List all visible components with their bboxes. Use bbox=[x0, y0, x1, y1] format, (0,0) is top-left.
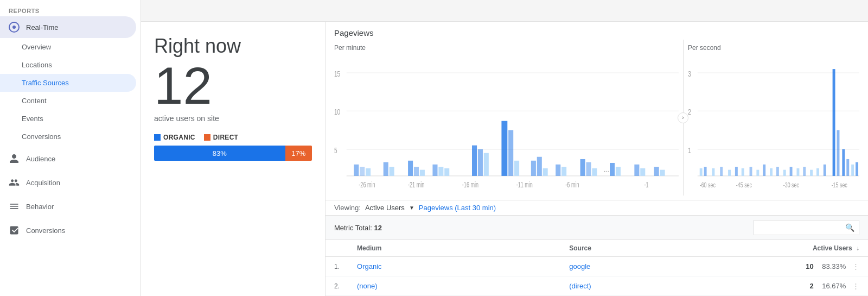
svg-rect-31 bbox=[592, 168, 597, 176]
svg-text:-1: -1 bbox=[644, 180, 649, 190]
per-minute-chart: Per minute 15 10 5 bbox=[326, 40, 684, 196]
sidebar-item-conversions[interactable]: Conversions bbox=[0, 219, 141, 241]
realtime-icon bbox=[9, 22, 20, 33]
viewing-bar: Viewing: Active Users ▼ Pageviews (Last … bbox=[326, 200, 868, 215]
col-num bbox=[326, 240, 348, 257]
organic-pct: 83% bbox=[213, 149, 227, 158]
svg-text:-45 sec: -45 sec bbox=[736, 181, 752, 188]
active-users-pct: 16.67% bbox=[822, 282, 846, 290]
sidebar-item-realtime[interactable]: Real-Time bbox=[0, 16, 136, 38]
content-area: Right now 12 active users on site ORGANI… bbox=[141, 22, 868, 296]
legend-item-direct: DIRECT bbox=[204, 134, 238, 141]
svg-text:-15 sec: -15 sec bbox=[832, 181, 848, 188]
row-active-users: 10 83.33% ⋮ bbox=[760, 257, 868, 276]
svg-rect-60 bbox=[756, 170, 759, 176]
row-options-icon[interactable]: ⋮ bbox=[852, 282, 859, 290]
svg-rect-71 bbox=[833, 69, 835, 176]
row-medium[interactable]: (none) bbox=[348, 276, 560, 296]
behavior-label: Behavior bbox=[26, 203, 54, 211]
conversions-icon bbox=[9, 225, 20, 236]
svg-rect-11 bbox=[390, 167, 394, 176]
table-header-row: Medium Source Active Users ↓ bbox=[326, 240, 868, 257]
sidebar-item-audience[interactable]: Audience bbox=[0, 148, 141, 169]
row-medium[interactable]: Organic bbox=[348, 257, 560, 276]
sidebar-sub-item-traffic-sources[interactable]: Traffic Sources bbox=[0, 74, 136, 92]
search-input[interactable] bbox=[758, 224, 845, 232]
left-panel: Right now 12 active users on site ORGANI… bbox=[141, 22, 326, 296]
svg-rect-74 bbox=[846, 159, 849, 176]
svg-rect-76 bbox=[856, 162, 858, 176]
svg-rect-21 bbox=[501, 121, 507, 176]
svg-rect-23 bbox=[514, 161, 519, 176]
svg-text:-16 min: -16 min bbox=[462, 180, 478, 190]
active-users-pct: 83.33% bbox=[822, 262, 846, 270]
svg-rect-25 bbox=[537, 157, 542, 176]
svg-rect-22 bbox=[508, 130, 513, 176]
svg-text:10: 10 bbox=[334, 107, 340, 117]
sidebar-sub-item-content[interactable]: Content bbox=[0, 92, 136, 110]
pageviews-tab[interactable]: Pageviews (Last 30 min) bbox=[419, 204, 496, 212]
row-num: 2. bbox=[326, 276, 348, 296]
viewing-label: Viewing: bbox=[334, 204, 361, 212]
svg-rect-69 bbox=[816, 168, 819, 176]
svg-rect-53 bbox=[704, 167, 707, 176]
svg-rect-12 bbox=[408, 161, 413, 176]
sidebar-sub-item-events[interactable]: Events bbox=[0, 110, 136, 128]
svg-rect-67 bbox=[803, 167, 806, 176]
chart-expand-button[interactable]: › bbox=[678, 112, 688, 123]
svg-rect-68 bbox=[810, 170, 813, 176]
sidebar-item-behavior[interactable]: Behavior bbox=[0, 196, 141, 217]
svg-rect-30 bbox=[586, 162, 591, 176]
table-section: Viewing: Active Users ▼ Pageviews (Last … bbox=[326, 200, 868, 296]
svg-text:-21 min: -21 min bbox=[408, 180, 424, 190]
svg-rect-63 bbox=[776, 167, 779, 176]
svg-rect-16 bbox=[438, 167, 443, 176]
svg-rect-54 bbox=[712, 168, 714, 176]
svg-text:1: 1 bbox=[688, 146, 691, 155]
behavior-icon bbox=[9, 201, 20, 212]
svg-rect-37 bbox=[660, 170, 665, 176]
svg-rect-28 bbox=[561, 167, 566, 176]
row-source[interactable]: (direct) bbox=[560, 276, 760, 296]
sidebar-sub-item-locations[interactable]: Locations bbox=[0, 56, 136, 74]
svg-rect-61 bbox=[763, 165, 765, 176]
svg-rect-29 bbox=[580, 159, 585, 176]
realtime-label: Real-Time bbox=[26, 23, 58, 32]
direct-pct: 17% bbox=[291, 149, 305, 158]
acquisition-label: Acquisition bbox=[26, 179, 60, 187]
per-second-area: 3 2 1 bbox=[688, 54, 859, 191]
svg-rect-59 bbox=[750, 167, 752, 176]
row-source[interactable]: google bbox=[560, 257, 760, 276]
organic-label: ORGANIC bbox=[163, 134, 195, 141]
svg-rect-64 bbox=[783, 170, 786, 176]
traffic-progress-bar: 83% 17% bbox=[154, 146, 312, 161]
svg-text:-11 min: -11 min bbox=[516, 180, 533, 190]
svg-rect-70 bbox=[824, 165, 826, 176]
svg-text:-6 min: -6 min bbox=[565, 180, 579, 190]
svg-rect-26 bbox=[543, 168, 548, 176]
per-second-svg: 3 2 1 bbox=[688, 54, 859, 191]
sidebar-sub-item-conversions[interactable]: Conversions bbox=[0, 128, 136, 146]
svg-rect-20 bbox=[484, 153, 489, 176]
sidebar-subitems: OverviewLocationsTraffic SourcesContentE… bbox=[0, 38, 141, 146]
legend-item-organic: ORGANIC bbox=[154, 134, 195, 141]
sidebar-sub-item-overview[interactable]: Overview bbox=[0, 38, 136, 56]
direct-label: DIRECT bbox=[213, 134, 238, 141]
charts-container: Per minute 15 10 5 bbox=[326, 40, 868, 200]
active-users-tab[interactable]: Active Users bbox=[365, 204, 405, 212]
row-options-icon[interactable]: ⋮ bbox=[852, 262, 859, 270]
search-icon[interactable]: 🔍 bbox=[845, 223, 854, 232]
svg-text:3: 3 bbox=[688, 69, 691, 78]
col-active-users[interactable]: Active Users ↓ bbox=[760, 240, 868, 257]
svg-rect-36 bbox=[654, 167, 659, 176]
sidebar-item-acquisition[interactable]: Acquisition bbox=[0, 172, 141, 193]
organic-dot bbox=[154, 134, 161, 141]
sort-arrow-icon: ↓ bbox=[856, 244, 859, 252]
svg-rect-27 bbox=[556, 165, 560, 176]
per-minute-label: Per minute bbox=[334, 44, 679, 52]
chart-legend: ORGANIC DIRECT bbox=[154, 134, 312, 141]
svg-rect-13 bbox=[414, 167, 419, 176]
person-icon bbox=[9, 153, 20, 164]
right-panel: Pageviews Per minute 15 10 5 bbox=[326, 22, 868, 296]
svg-rect-52 bbox=[700, 168, 703, 176]
